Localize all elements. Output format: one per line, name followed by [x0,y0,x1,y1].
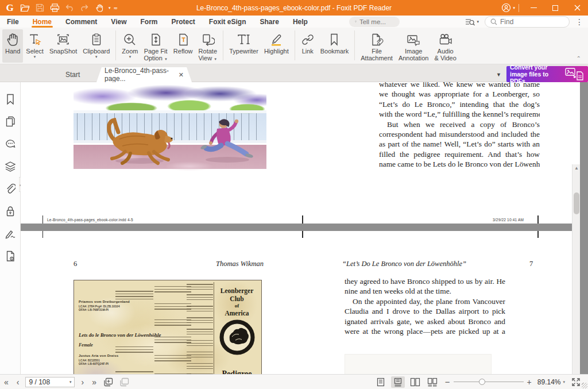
menu-foxit-esign[interactable]: Foxit eSign [202,16,253,28]
tab-close-icon[interactable]: ✕ [179,71,184,79]
crop-mark [302,215,303,224]
tell-me-search[interactable] [349,17,400,27]
file-attachment-button[interactable]: File Attachment [358,29,396,63]
audio-video-button[interactable]: Audio & Video [432,29,459,63]
tell-me-input[interactable] [359,18,394,25]
hand-button[interactable]: Hand [2,29,23,63]
link-button[interactable]: Link [298,29,318,63]
account-icon[interactable] [500,2,512,14]
save-icon[interactable] [33,2,46,14]
zoom-slider[interactable]: − + [445,377,532,387]
tab-document[interactable]: Le-Bronco_4th-pass-page... ✕ [96,67,192,82]
menu-home[interactable]: Home [26,16,59,28]
continuous-facing-view-button[interactable] [425,376,439,388]
convert-images-banner[interactable]: Convert your image files to PDFs [506,66,588,82]
minimize-button[interactable] [523,0,544,16]
reflow-button[interactable]: Reflow [171,29,196,63]
page-5-text: whatever we liked. We knew we wanted to … [379,82,540,170]
last-page-button[interactable]: » [88,378,100,387]
rotate-view-button[interactable]: Rotate View ▼ [195,29,220,63]
customize-quick-toolbar-icon[interactable]: ≂ [114,5,118,11]
zoom-button[interactable]: Zoom ▼ [119,29,141,63]
find-box[interactable] [485,16,570,28]
undo-icon[interactable] [63,2,76,14]
open-file-icon[interactable] [18,2,31,14]
previous-page-button[interactable]: ‹ [13,378,24,387]
facing-pages-view-button[interactable] [408,376,422,388]
page-number-input[interactable] [29,378,62,386]
bookmark-button[interactable]: Bookmark [318,29,352,63]
zoom-percentage[interactable]: 89.14% ▾ [537,378,565,386]
menu-help[interactable]: Help [286,16,315,28]
document-view: whatever we liked. We knew we wanted to … [21,82,580,374]
layers-panel-icon[interactable] [4,161,17,172]
clipboard-button[interactable]: Clipboard ▼ [80,29,113,63]
ribbon-separator [295,30,295,60]
select-button[interactable]: Select ▼ [23,29,47,63]
zoom-slider-track[interactable] [454,382,524,382]
page-number-caret[interactable]: ▾ [69,380,72,384]
club-panel: Leonberger Club of America Pedigree [214,282,260,374]
running-person-figure [200,119,253,159]
security-panel-icon[interactable] [4,206,17,217]
print-icon[interactable] [48,2,61,14]
close-button[interactable] [566,0,588,16]
advanced-search-icon[interactable]: ▾ [465,18,479,26]
typewriter-button[interactable]: Typewriter [226,29,261,63]
typewriter-icon [237,32,252,48]
window-resize-grip[interactable] [582,383,587,388]
clipboard-icon [91,32,102,48]
attachments-panel-icon[interactable] [4,183,17,195]
maximize-button[interactable] [544,0,566,16]
document-info-panel-icon[interactable] [4,251,17,262]
redo-icon[interactable] [78,2,91,14]
ribbon-separator [354,30,355,60]
banner-line1: Convert your [510,64,565,71]
clipboard-dropdown-caret: ▼ [95,55,98,59]
vertical-scrollbar[interactable]: ▲ ▼ [572,164,580,374]
image-annotation-button[interactable]: Image Annotation [396,29,432,63]
snapshot-button[interactable]: SnapShot [47,29,80,63]
comments-panel-icon[interactable] [4,138,17,150]
scrollbar-thumb[interactable] [574,192,579,214]
menu-form[interactable]: Form [134,16,165,28]
zoom-percentage-caret[interactable]: ▾ [563,380,565,384]
bookmarks-panel-icon[interactable] [4,94,17,105]
tab-start[interactable]: Start [57,67,96,82]
find-input[interactable] [500,18,563,26]
zoom-out-button[interactable]: − [445,377,450,387]
more-options-icon[interactable]: ⋮ [575,17,583,26]
digital-signature-panel-icon[interactable] [4,228,17,240]
navigation-sidebar [0,82,21,374]
rotate-view-icon [201,32,215,48]
hand-tool-dropdown-caret[interactable]: ▾ [109,6,111,10]
page-number-box[interactable]: ▾ [25,377,75,387]
menu-file[interactable]: File [0,16,26,28]
foxit-logo-icon: G [3,2,16,14]
collapse-ribbon-button[interactable]: ⌃ [577,55,581,61]
account-dropdown-caret[interactable]: ▾ [513,6,515,10]
zoom-slider-knob[interactable] [479,379,485,385]
hand-tool-quick-icon[interactable] [93,2,106,14]
pedigree-entry-placeholder [115,346,153,355]
previous-view-button[interactable] [100,378,117,387]
foxit-pdf-reader-window: G ▾ ≂ Le-Bronco_4th-pass-pages_ebook-col… [0,0,588,389]
continuous-view-button[interactable] [391,376,405,388]
menu-protect[interactable]: Protect [165,16,202,28]
next-page-button[interactable]: › [77,378,88,387]
next-view-button[interactable] [117,378,133,387]
scroll-up-arrow[interactable]: ▲ [572,164,580,172]
pedigree-entry-placeholder [154,286,191,294]
pages-panel-icon[interactable] [4,116,17,128]
club-seal [219,319,255,355]
menu-share[interactable]: Share [253,16,286,28]
first-page-button[interactable]: « [0,378,13,387]
zoom-in-button[interactable]: + [527,378,532,387]
menu-view[interactable]: View [104,16,133,28]
ribbon-toolbar: Hand Select ▼ SnapShot Clipboard ▼ [0,28,588,64]
single-page-view-button[interactable] [374,376,388,388]
tab-list-dropdown-caret[interactable]: ▼ [496,72,501,78]
page-fit-option-button[interactable]: Page Fit Option ▼ [141,29,170,63]
menu-comment[interactable]: Comment [59,16,104,28]
highlight-button[interactable]: Highlight [261,29,292,63]
